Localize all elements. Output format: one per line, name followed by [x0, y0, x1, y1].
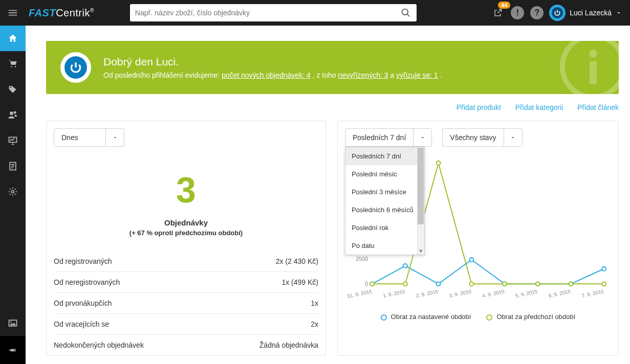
svg-text:2. 9. 2015: 2. 9. 2015 — [416, 288, 439, 299]
svg-point-37 — [536, 282, 540, 286]
dropdown-option[interactable]: Poslední měsíc — [345, 165, 424, 183]
notifications-badge: 44 — [498, 2, 510, 9]
user-avatar — [549, 5, 566, 21]
stat-value: 1x — [311, 299, 318, 307]
brand-logo: FASTCentrik® — [29, 7, 94, 19]
welcome-logo — [60, 52, 91, 83]
alert-icon: ! — [511, 6, 524, 19]
search-box[interactable] — [130, 4, 417, 21]
add-article-link[interactable]: Přidat článek — [577, 103, 619, 111]
chevron-up-icon — [413, 129, 431, 146]
sidebar-item-tag[interactable] — [0, 77, 26, 102]
topbar: FASTCentrik® 44 ! ? — [0, 0, 630, 26]
add-product-link[interactable]: Přidat produkt — [457, 103, 501, 111]
sidebar-item-content[interactable] — [0, 153, 26, 179]
svg-line-1 — [407, 14, 409, 17]
svg-point-25 — [403, 264, 407, 268]
stat-value: 2x (2 430 Kč) — [276, 257, 318, 265]
quick-links: Přidat produkt Přidat kategorii Přidat č… — [26, 103, 619, 111]
left-period-select[interactable]: Dnes — [54, 128, 124, 147]
scroll-down-icon[interactable]: ▾ — [418, 247, 424, 254]
hamburger-icon — [7, 7, 18, 18]
chart-legend: Obrat za nastavené období Obrat za předc… — [347, 313, 609, 321]
search-icon[interactable] — [400, 7, 411, 18]
orders-count: 3 — [47, 172, 325, 208]
svg-point-32 — [370, 282, 374, 286]
turnover-chart-panel: Posledních 7 dní Všechny stavy Posledníc… — [337, 121, 619, 356]
svg-point-36 — [503, 282, 507, 286]
right-state-select[interactable]: Všechny stavy — [442, 128, 522, 147]
sidebar-item-users[interactable] — [0, 102, 26, 128]
menu-toggle-button[interactable] — [0, 0, 26, 26]
dropdown-option[interactable]: Poslední rok — [345, 219, 424, 237]
stat-label: Nedokončených objednávek — [54, 341, 144, 349]
dropdown-option[interactable]: Posledních 7 dní — [345, 147, 424, 165]
svg-text:31. 8. 2015: 31. 8. 2015 — [347, 288, 373, 299]
chevron-down-icon — [105, 129, 124, 146]
svg-point-27 — [469, 258, 473, 262]
processing-orders-link[interactable]: vyřizuje se: 1 — [396, 71, 438, 79]
user-name: Luci Lazecká — [570, 9, 612, 17]
legend-current: Obrat za nastavené období — [381, 313, 471, 321]
gear-icon — [8, 187, 18, 197]
presentation-icon — [8, 135, 18, 146]
svg-point-26 — [437, 282, 441, 286]
alerts-button[interactable]: ! — [510, 6, 525, 20]
document-icon — [8, 161, 18, 171]
power-icon — [69, 61, 82, 74]
pending-orders-link[interactable]: nevyřízených: 3 — [338, 71, 388, 79]
dropdown-option[interactable]: Poslední 3 měsíce — [345, 183, 424, 201]
svg-text:0: 0 — [365, 281, 368, 287]
plug-icon — [8, 346, 17, 355]
stat-label: Od vracejících se — [54, 320, 109, 328]
power-icon — [554, 9, 561, 16]
svg-point-0 — [402, 9, 408, 15]
svg-point-11 — [589, 50, 597, 58]
welcome-title: Dobrý den Luci. — [103, 56, 442, 68]
legend-previous: Obrat za předchozí období — [486, 313, 575, 321]
sidebar — [0, 0, 26, 364]
chevron-down-icon — [616, 10, 622, 16]
stat-row: Od neregistrovaných1x (499 Kč) — [54, 271, 318, 292]
svg-text:1. 9. 2015: 1. 9. 2015 — [382, 288, 406, 299]
chevron-down-icon — [504, 129, 522, 146]
stat-label: Od prvonákupčích — [54, 299, 112, 307]
help-button[interactable]: ? — [530, 6, 544, 20]
home-icon — [8, 33, 18, 43]
dropdown-option[interactable]: Po datu — [345, 237, 424, 255]
svg-text:5. 9. 2015: 5. 9. 2015 — [515, 288, 538, 299]
svg-text:4. 9. 2015: 4. 9. 2015 — [482, 288, 505, 299]
stat-value: 1x (499 Kč) — [281, 278, 318, 286]
orders-summary-panel: Dnes 3 Objednávky (+ 67 % oproti předcho… — [46, 121, 326, 356]
main-content: Dobrý den Luci. Od posledního přihlášení… — [26, 0, 630, 364]
stat-value: Žádná objednávka — [259, 341, 318, 349]
right-period-select[interactable]: Posledních 7 dní — [345, 128, 432, 147]
svg-point-2 — [10, 87, 12, 88]
users-icon — [8, 110, 18, 120]
scrollbar-thumb[interactable] — [418, 148, 424, 224]
orders-delta: (+ 67 % oproti předchozímu období) — [47, 229, 325, 237]
sidebar-item-exit[interactable] — [0, 336, 26, 364]
external-link-button[interactable]: 44 — [491, 6, 505, 20]
sidebar-item-settings[interactable] — [0, 179, 26, 204]
sidebar-item-home[interactable] — [0, 26, 26, 51]
svg-point-38 — [569, 282, 573, 286]
svg-point-35 — [469, 282, 473, 286]
svg-point-39 — [602, 282, 606, 286]
svg-point-6 — [12, 191, 14, 193]
stat-row: Od prvonákupčích1x — [54, 292, 318, 313]
svg-text:3. 9. 2015: 3. 9. 2015 — [449, 288, 472, 299]
user-menu[interactable]: Luci Lazecká — [549, 5, 622, 21]
period-dropdown: Posledních 7 dníPoslední měsícPoslední 3… — [345, 147, 425, 255]
sidebar-item-cart[interactable] — [0, 51, 26, 77]
add-category-link[interactable]: Přidat kategorii — [515, 103, 563, 111]
sidebar-item-analytics[interactable] — [0, 128, 26, 153]
new-orders-link[interactable]: počet nových objednávek: 4 — [222, 71, 311, 79]
sidebar-item-media[interactable] — [0, 310, 26, 336]
dropdown-option[interactable]: Posledních 6 měsíců — [345, 201, 424, 219]
svg-text:6. 9. 2015: 6. 9. 2015 — [548, 288, 572, 299]
svg-point-34 — [437, 161, 441, 165]
orders-label: Objednávky — [47, 218, 325, 227]
svg-point-8 — [10, 321, 12, 323]
search-input[interactable] — [135, 9, 400, 17]
